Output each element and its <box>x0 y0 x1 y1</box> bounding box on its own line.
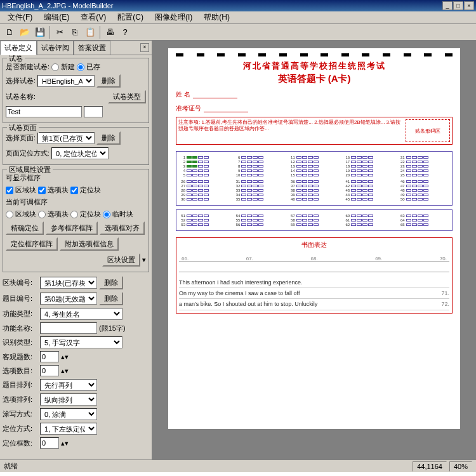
r-temp[interactable] <box>103 211 110 218</box>
show-label: 可显示框序 <box>6 173 41 183</box>
sidebar-tabs: 试卷定义 试卷评阅 答案设置 × <box>0 41 152 55</box>
menu-bar: 文件(F) 编辑(E) 查看(V) 配置(C) 图像处理(I) 帮助(H) <box>0 11 476 24</box>
radio-exist[interactable] <box>77 63 84 71</box>
r-region[interactable] <box>6 211 13 218</box>
close-button[interactable]: × <box>464 1 474 10</box>
btn-locate-grid[interactable]: 定位框序框阵 <box>6 237 58 251</box>
locate-select[interactable]: 0, 定位块定位 <box>51 147 109 159</box>
menu-file[interactable]: 文件(F) <box>3 11 37 24</box>
group-title: 区域属性设置 <box>7 165 53 175</box>
panel-close-icon[interactable]: × <box>140 43 149 52</box>
paper-name-label: 试卷名称: <box>6 92 36 102</box>
optcount-input[interactable] <box>40 365 59 376</box>
loc-select[interactable]: 1, 下左纵定位 <box>40 423 97 435</box>
objcount-input[interactable] <box>40 351 59 362</box>
status-bar: 就绪 44,1164 40% <box>0 459 476 472</box>
blocknum-select[interactable]: 第1块(已存块) <box>40 277 97 289</box>
tab-spacer: × <box>110 41 152 55</box>
r-locate[interactable] <box>70 211 78 218</box>
preview-area[interactable]: 河北省普通高等学校招生统照考试 英语答题卡 (A卡) 姓 名 准考证号 注意事项… <box>152 41 476 459</box>
exist-opt: 已存 <box>86 62 100 72</box>
funcname-input[interactable] <box>40 322 97 334</box>
main-content: 试卷定义 试卷评阅 答案设置 × 试卷 是否新建试卷: 新建 已存 选择试卷: … <box>0 41 476 459</box>
radio-new[interactable] <box>51 63 59 71</box>
fill-select[interactable]: 0, 涂满 <box>40 408 97 420</box>
status-ready: 就绪 <box>4 461 18 471</box>
copy-icon[interactable]: ⎘ <box>68 25 82 39</box>
print-icon[interactable]: 🖶 <box>103 25 117 39</box>
separator <box>50 26 50 39</box>
sidebar-body: 试卷 是否新建试卷: 新建 已存 选择试卷: HBEnglish_A 删除 试卷… <box>0 55 152 459</box>
status-zoom: 40% <box>449 461 472 472</box>
qarr-select[interactable]: 先行再列 <box>40 379 97 391</box>
notice-box: 注意事项: 1.答题前,考生先将自己的姓名准考证号填写清楚... 2.选择题必须… <box>176 117 453 145</box>
select-paper[interactable]: HBEnglish_A <box>37 75 95 87</box>
paper-name-input[interactable] <box>6 106 82 117</box>
window-title: HBEnglish_A_2.JPG - ModelBuilder <box>2 2 442 10</box>
functype-select[interactable]: 4, 考生姓名 <box>40 308 122 320</box>
adjust-label: 当前可调框序 <box>6 197 48 207</box>
qnum-delete[interactable]: 删除 <box>99 292 123 305</box>
r-option[interactable] <box>38 211 46 218</box>
btn-block-config[interactable]: 区块设置 <box>102 253 140 267</box>
minimize-button[interactable]: _ <box>442 1 453 10</box>
menu-image[interactable]: 图像处理(I) <box>150 11 197 24</box>
new-icon[interactable]: 🗋 <box>3 25 17 39</box>
barcode-area: 贴条形码区 <box>406 119 450 142</box>
btn-extra-opt[interactable]: 附加选项框信息 <box>60 237 119 251</box>
select-page[interactable]: 第1页(已存页面) <box>37 132 95 144</box>
new-label: 是否新建试卷: <box>6 62 50 72</box>
window-controls: _ □ × <box>442 1 474 10</box>
title-bar: HBEnglish_A_2.JPG - ModelBuilder _ □ × <box>0 0 476 11</box>
save-icon[interactable]: 💾 <box>33 25 47 39</box>
help-icon[interactable]: ? <box>118 25 132 39</box>
timing-marks-top <box>176 53 453 56</box>
cut-icon[interactable]: ✂ <box>53 25 67 39</box>
select-paper-label: 选择试卷: <box>6 76 36 86</box>
btn-align[interactable]: 选项框对齐 <box>100 221 145 235</box>
menu-config[interactable]: 配置(C) <box>112 11 149 24</box>
separator <box>100 26 100 39</box>
bubble-area: 1234567891011121314151617181920212223242… <box>176 151 453 206</box>
blocknum-delete[interactable]: 删除 <box>99 276 123 289</box>
open-icon[interactable]: 📂 <box>18 25 32 39</box>
select-page-label: 选择页面: <box>6 133 36 143</box>
group-title: 试卷页面 <box>7 123 39 133</box>
maximize-button[interactable]: □ <box>453 1 463 10</box>
exam-title: 河北省普通高等学校招生统照考试 <box>176 60 453 72</box>
new-opt: 新建 <box>61 62 75 72</box>
sidebar: 试卷定义 试卷评阅 答案设置 × 试卷 是否新建试卷: 新建 已存 选择试卷: … <box>0 41 152 459</box>
chk-option[interactable] <box>38 187 46 194</box>
locblk-input[interactable] <box>40 437 59 449</box>
menu-help[interactable]: 帮助(H) <box>199 11 235 24</box>
btn-precise[interactable]: 精确定位 <box>6 221 44 235</box>
tab-answer[interactable]: 答案设置 <box>74 41 110 55</box>
btn-ref-grid[interactable]: 参考框序框阵 <box>46 221 98 235</box>
answer-sheet: 河北省普通高等学校招生统照考试 英语答题卡 (A卡) 姓 名 准考证号 注意事项… <box>168 48 460 429</box>
paper-type-button[interactable]: 试卷类型 <box>108 90 146 103</box>
group-title: 试卷 <box>7 55 25 63</box>
paper-name-extra[interactable] <box>84 106 103 117</box>
optarr-select[interactable]: 纵向排列 <box>40 393 97 406</box>
group-region: 区域属性设置 可显示框序 区域块 选项块 定位块 当前可调框序 区域块 选项块 … <box>3 169 149 272</box>
chk-region[interactable] <box>6 187 13 194</box>
group-paper: 试卷 是否新建试卷: 新建 已存 选择试卷: HBEnglish_A 删除 试卷… <box>3 58 149 123</box>
chk-locate[interactable] <box>70 187 78 194</box>
rectype-select[interactable]: 5, 手写汉字 <box>40 336 122 348</box>
paste-icon[interactable]: 📋 <box>83 25 97 39</box>
spinner-icon[interactable]: ▴▾ <box>61 353 69 361</box>
essay-title: 书面表达 <box>179 241 449 249</box>
exam-subtitle: 英语答题卡 (A卡) <box>176 73 453 85</box>
menu-edit[interactable]: 编辑(E) <box>39 11 74 24</box>
delete-page-button[interactable]: 删除 <box>96 131 121 145</box>
locate-label: 页面定位方式: <box>6 149 50 158</box>
bubble-area-2: 515253545556575859606162636465 <box>176 209 453 231</box>
spinner-icon[interactable]: ▴▾ <box>61 439 69 447</box>
tab-review[interactable]: 试卷评阅 <box>37 41 74 55</box>
delete-paper-button[interactable]: 删除 <box>96 74 121 88</box>
spinner-icon[interactable]: ▴▾ <box>61 367 69 375</box>
tab-define[interactable]: 试卷定义 <box>0 41 37 55</box>
essay-text: This afternoon I had such interesting ex… <box>179 277 449 310</box>
qnum-select[interactable]: 第0题(无效题) <box>40 293 97 305</box>
menu-view[interactable]: 查看(V) <box>76 11 111 24</box>
